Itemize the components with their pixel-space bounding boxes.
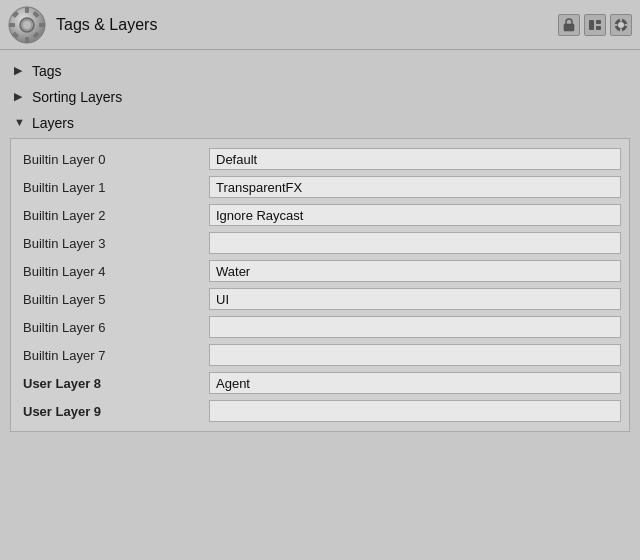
layer-row: Builtin Layer 6 — [19, 313, 621, 341]
svg-rect-17 — [620, 18, 622, 21]
title-bar-actions — [558, 14, 632, 36]
layers-label: Layers — [32, 115, 74, 131]
layer-input-0[interactable] — [209, 148, 621, 170]
lock-button[interactable] — [558, 14, 580, 36]
layers-panel: Builtin Layer 0Builtin Layer 1Builtin La… — [10, 138, 630, 432]
svg-rect-13 — [596, 20, 601, 24]
svg-rect-12 — [589, 20, 594, 30]
svg-point-16 — [618, 22, 624, 28]
svg-rect-4 — [39, 23, 45, 27]
layer-input-6[interactable] — [209, 316, 621, 338]
layer-label-3: Builtin Layer 3 — [19, 236, 209, 251]
layer-input-8[interactable] — [209, 372, 621, 394]
svg-point-10 — [23, 21, 31, 29]
title-icon — [8, 6, 46, 44]
layer-row: Builtin Layer 2 — [19, 201, 621, 229]
layer-label-6: Builtin Layer 6 — [19, 320, 209, 335]
layer-row: Builtin Layer 4 — [19, 257, 621, 285]
layer-label-0: Builtin Layer 0 — [19, 152, 209, 167]
layers-arrow: ▼ — [14, 116, 28, 130]
layer-label-2: Builtin Layer 2 — [19, 208, 209, 223]
svg-rect-14 — [596, 26, 601, 30]
svg-rect-11 — [564, 24, 574, 31]
layer-input-3[interactable] — [209, 232, 621, 254]
layer-label-5: Builtin Layer 5 — [19, 292, 209, 307]
layer-input-7[interactable] — [209, 344, 621, 366]
sorting-layers-arrow: ▶ — [14, 90, 28, 104]
layer-row: Builtin Layer 0 — [19, 145, 621, 173]
layer-label-8: User Layer 8 — [19, 376, 209, 391]
layer-label-1: Builtin Layer 1 — [19, 180, 209, 195]
layer-input-5[interactable] — [209, 288, 621, 310]
layer-label-7: Builtin Layer 7 — [19, 348, 209, 363]
layers-section-header[interactable]: ▼ Layers — [10, 110, 630, 136]
layer-row: Builtin Layer 3 — [19, 229, 621, 257]
settings-button[interactable] — [610, 14, 632, 36]
layer-row: Builtin Layer 7 — [19, 341, 621, 369]
layer-row: Builtin Layer 5 — [19, 285, 621, 313]
svg-rect-18 — [620, 28, 622, 31]
sorting-layers-section-header[interactable]: ▶ Sorting Layers — [10, 84, 630, 110]
tags-label: Tags — [32, 63, 62, 79]
layer-label-9: User Layer 9 — [19, 404, 209, 419]
layer-row: User Layer 9 — [19, 397, 621, 425]
svg-rect-3 — [9, 23, 15, 27]
layer-input-9[interactable] — [209, 400, 621, 422]
svg-rect-19 — [615, 24, 618, 26]
svg-rect-1 — [25, 7, 29, 13]
window-title: Tags & Layers — [56, 16, 558, 34]
layer-input-2[interactable] — [209, 204, 621, 226]
svg-rect-20 — [625, 24, 628, 26]
svg-rect-2 — [25, 37, 29, 43]
layer-row: User Layer 8 — [19, 369, 621, 397]
main-content: ▶ Tags ▶ Sorting Layers ▼ Layers Builtin… — [0, 50, 640, 440]
layer-input-4[interactable] — [209, 260, 621, 282]
layout-button[interactable] — [584, 14, 606, 36]
layer-row: Builtin Layer 1 — [19, 173, 621, 201]
tags-section-header[interactable]: ▶ Tags — [10, 58, 630, 84]
layer-input-1[interactable] — [209, 176, 621, 198]
title-bar: Tags & Layers — [0, 0, 640, 50]
tags-arrow: ▶ — [14, 64, 28, 78]
sorting-layers-label: Sorting Layers — [32, 89, 122, 105]
layer-label-4: Builtin Layer 4 — [19, 264, 209, 279]
